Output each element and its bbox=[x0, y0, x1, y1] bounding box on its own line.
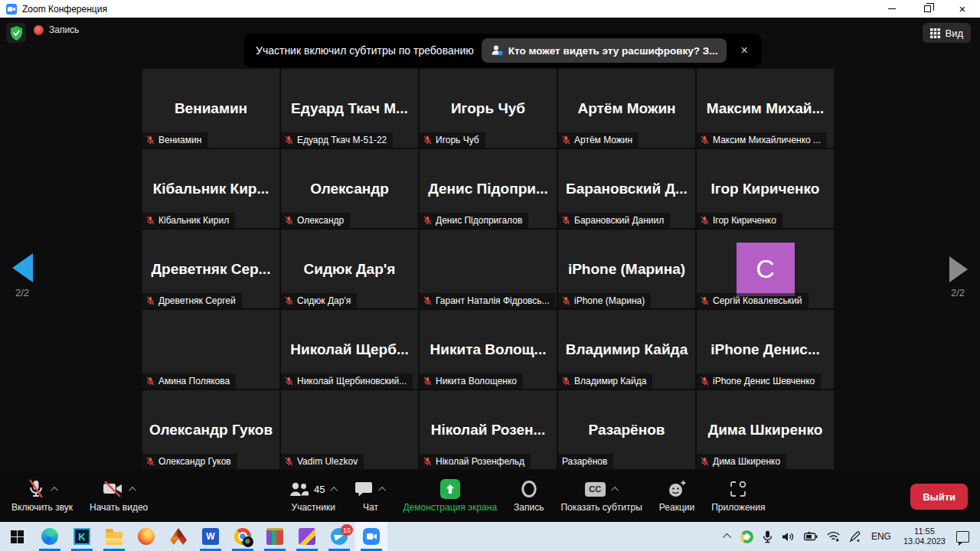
speaker-icon bbox=[782, 531, 795, 543]
apps-button[interactable]: Приложения bbox=[703, 471, 773, 522]
tray-volume[interactable] bbox=[777, 522, 799, 551]
record-button[interactable]: Запись bbox=[505, 471, 552, 522]
participant-name-tag: Николай Щербиновский... bbox=[281, 373, 413, 389]
participant-tile[interactable]: Максим Михай... Максим Михайличенко ... bbox=[697, 69, 834, 148]
unmute-label: Включить звук bbox=[11, 502, 73, 513]
participant-name-tag: Едуард Ткач М-51-22 bbox=[281, 132, 393, 148]
taskbar-app-edge[interactable] bbox=[34, 522, 66, 551]
tray-pen[interactable] bbox=[844, 522, 865, 551]
participant-tile[interactable]: Разарёнов Разарёнов bbox=[558, 390, 695, 469]
participant-tag-name: iPhone (Марина) bbox=[574, 295, 645, 306]
participant-name-tag: Разарёнов bbox=[558, 454, 613, 469]
chat-caret[interactable] bbox=[379, 486, 387, 494]
zoom-app-icon bbox=[6, 4, 17, 15]
participant-tag-name: Ніколай Розенфельд bbox=[436, 456, 524, 467]
recording-indicator[interactable]: Запись bbox=[34, 24, 79, 35]
taskbar-app-chrome[interactable] bbox=[227, 522, 259, 551]
participants-button[interactable]: 45 Участники bbox=[280, 471, 346, 522]
video-muted-icon bbox=[102, 479, 123, 499]
participant-tile[interactable]: Кібальник Кир... Кібальник Кирил bbox=[142, 149, 279, 228]
chat-label: Чат bbox=[363, 502, 378, 513]
participant-tile[interactable]: C Сергій Ковалевський bbox=[697, 230, 834, 308]
close-icon: × bbox=[959, 3, 966, 15]
participant-tile[interactable]: Vadim Ulezkov bbox=[281, 390, 418, 469]
transcript-visibility-button[interactable]: Кто может видеть эту расшифровку? З... bbox=[482, 38, 727, 63]
tray-microphone[interactable] bbox=[758, 522, 777, 551]
taskbar-app-matlab[interactable] bbox=[162, 522, 194, 551]
participant-tile[interactable]: Олександр Олександр bbox=[281, 149, 418, 228]
tray-security-app[interactable] bbox=[736, 522, 758, 551]
participant-tile[interactable]: Ігор Кириченко Ігор Кириченко bbox=[697, 149, 834, 228]
taskbar-app-purple[interactable] bbox=[291, 522, 323, 551]
participant-tile[interactable]: Олександр Гуков Олександр Гуков bbox=[142, 390, 279, 469]
participant-tile[interactable]: Барановский Д... Барановский Даниил bbox=[558, 149, 695, 228]
taskbar-app-word[interactable]: W bbox=[194, 522, 227, 551]
start-button[interactable] bbox=[0, 522, 34, 551]
show-captions-button[interactable]: CC Показать субтитры bbox=[552, 471, 650, 522]
tray-battery[interactable] bbox=[799, 522, 822, 551]
start-video-button[interactable]: Начать видео bbox=[81, 471, 156, 522]
close-button[interactable]: × bbox=[945, 0, 980, 18]
audio-options-caret[interactable] bbox=[51, 486, 58, 494]
restore-button[interactable] bbox=[910, 0, 945, 18]
security-360-icon bbox=[740, 530, 753, 543]
video-options-caret[interactable] bbox=[129, 486, 136, 494]
muted-mic-icon bbox=[285, 377, 293, 386]
participant-tile[interactable]: Игорь Чуб Игорь Чуб bbox=[420, 69, 557, 148]
participant-content: Едуард Ткач М... bbox=[291, 100, 408, 117]
chat-button[interactable]: Чат bbox=[346, 471, 394, 522]
taskbar-app-krita[interactable]: K bbox=[66, 522, 98, 551]
unmute-button[interactable]: Включить звук bbox=[3, 471, 81, 522]
taskbar-app-winrar[interactable] bbox=[259, 522, 291, 551]
muted-mic-icon bbox=[423, 377, 432, 386]
minimize-button[interactable] bbox=[874, 0, 910, 18]
participant-tile[interactable]: Ніколай Розен... Ніколай Розенфельд bbox=[420, 390, 557, 469]
participant-content: iPhone Денис... bbox=[710, 341, 820, 358]
language-indicator[interactable]: ENG bbox=[865, 522, 897, 551]
muted-mic-icon bbox=[146, 216, 155, 225]
participant-content: Барановский Д... bbox=[566, 181, 688, 197]
participant-tile[interactable]: Николай Щерб... Николай Щербиновский... bbox=[281, 310, 418, 389]
share-screen-button[interactable]: Демонстрация экрана bbox=[394, 471, 505, 522]
participant-tile[interactable]: Едуард Ткач М... Едуард Ткач М-51-22 bbox=[281, 69, 418, 148]
participant-tile[interactable]: Никита Волощ... Никита Волощенко bbox=[420, 310, 557, 389]
participants-caret[interactable] bbox=[331, 486, 338, 494]
view-button-label: Вид bbox=[945, 28, 963, 39]
participant-content: Древетняк Сер... bbox=[152, 261, 271, 278]
participant-tile[interactable]: Денис Підопри... Денис Підопригалов bbox=[420, 149, 557, 228]
participant-name-tag: iPhone Денис Шевченко bbox=[697, 373, 821, 389]
participant-tile[interactable]: iPhone Денис... iPhone Денис Шевченко bbox=[697, 310, 834, 389]
participant-name-tag: Сидюк Дар'я bbox=[281, 293, 357, 308]
participant-tile[interactable]: Древетняк Сер... Древетняк Сергей bbox=[142, 230, 279, 308]
tray-expand-button[interactable] bbox=[720, 522, 736, 551]
captions-caret[interactable] bbox=[611, 486, 619, 494]
participant-tile[interactable]: Вениамин Вениамин bbox=[142, 69, 279, 148]
taskbar-app-telegram[interactable]: 16 bbox=[323, 522, 355, 551]
muted-mic-icon bbox=[285, 296, 293, 305]
reactions-button[interactable]: Реакции bbox=[651, 471, 703, 522]
windows-taskbar: K W 16 ENG 11:55 bbox=[0, 522, 980, 551]
page-indicator-left: 2/2 bbox=[15, 287, 29, 298]
participant-tile[interactable]: Владимир Кайда Владимир Кайда bbox=[558, 310, 695, 389]
participant-display-name: iPhone Денис... bbox=[710, 341, 820, 358]
participant-tile[interactable]: Гарант Наталія Фідровсь... bbox=[420, 230, 557, 308]
previous-page-arrow[interactable] bbox=[12, 253, 33, 282]
taskbar-app-explorer[interactable] bbox=[98, 522, 130, 551]
participant-tile[interactable]: Сидюк Дар'я Сидюк Дар'я bbox=[281, 230, 418, 308]
participant-tile[interactable]: Амина Полякова bbox=[142, 310, 279, 389]
encryption-badge[interactable] bbox=[6, 23, 26, 43]
taskbar-app-firefox[interactable] bbox=[130, 522, 162, 551]
participant-tile[interactable]: Дима Шкиренко Дима Шкиренко bbox=[697, 390, 834, 469]
leave-button[interactable]: Выйти bbox=[910, 484, 968, 510]
next-page-arrow[interactable] bbox=[949, 256, 968, 282]
participant-name-tag: Максим Михайличенко ... bbox=[697, 132, 827, 148]
participant-tile[interactable]: iPhone (Марина) iPhone (Марина) bbox=[558, 230, 695, 308]
notification-close-button[interactable]: × bbox=[736, 42, 752, 59]
taskbar-clock[interactable]: 11:55 13.04.2023 bbox=[897, 527, 952, 546]
action-center-button[interactable] bbox=[956, 531, 969, 543]
tray-network[interactable] bbox=[822, 522, 844, 551]
participant-tile[interactable]: Артём Можин Артём Можин bbox=[558, 69, 695, 148]
view-button[interactable]: Вид bbox=[923, 23, 971, 43]
taskbar-app-zoom[interactable] bbox=[355, 522, 387, 551]
participant-name-tag: Денис Підопригалов bbox=[420, 213, 528, 228]
